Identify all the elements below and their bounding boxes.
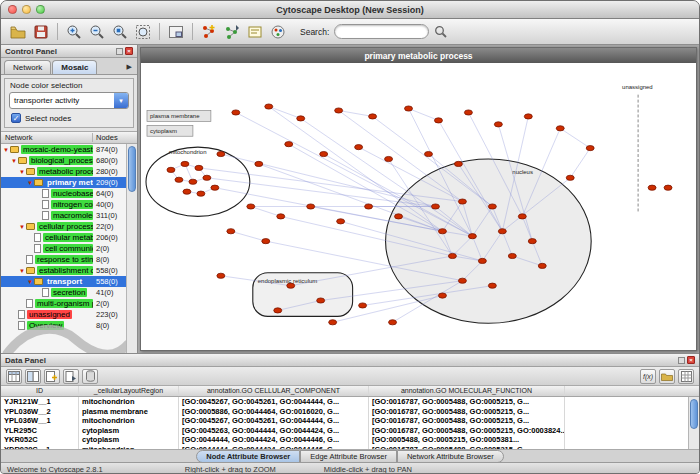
open-session-icon[interactable] — [7, 21, 29, 43]
network-node[interactable] — [538, 263, 546, 268]
network-node[interactable] — [458, 278, 466, 283]
delete-attribute-icon[interactable] — [82, 369, 98, 384]
network-node[interactable] — [181, 161, 189, 166]
tab-network-attribute-browser[interactable]: Network Attribute Browser — [397, 450, 504, 463]
annotation-icon[interactable] — [244, 21, 266, 43]
network-node[interactable] — [369, 114, 377, 119]
network-node[interactable] — [664, 185, 672, 190]
network-node[interactable] — [175, 177, 183, 182]
network-node[interactable] — [317, 298, 325, 303]
network-node[interactable] — [478, 258, 486, 263]
function-builder-icon[interactable]: f(x) — [640, 369, 656, 384]
network-node[interactable] — [389, 320, 397, 325]
column-header[interactable]: annotation.GO MOLECULAR_FUNCTION — [369, 386, 565, 396]
network-node[interactable] — [329, 320, 337, 325]
network-node[interactable] — [498, 229, 506, 234]
tree-row[interactable]: cell communica...2(0) — [1, 243, 127, 254]
float-panel-icon[interactable] — [678, 357, 685, 364]
network-node[interactable] — [277, 214, 285, 219]
close-window-icon[interactable] — [8, 5, 17, 14]
expand-arrow-icon[interactable]: ▼ — [26, 279, 34, 285]
zoom-fit-icon[interactable] — [132, 21, 154, 43]
column-header[interactable]: ID — [1, 386, 79, 396]
zoom-window-icon[interactable] — [36, 5, 45, 14]
network-node[interactable] — [227, 229, 235, 234]
select-nodes-checkbox[interactable]: ✓ — [11, 113, 21, 123]
expand-arrow-icon[interactable]: ▼ — [18, 268, 26, 274]
expand-arrow-icon[interactable]: ▼ — [26, 180, 34, 186]
network-node[interactable] — [556, 126, 564, 131]
tree-row[interactable]: cellular metabo...206(0) — [1, 232, 127, 243]
network-node[interactable] — [566, 175, 574, 180]
network-node[interactable] — [217, 151, 225, 156]
network-node[interactable] — [287, 283, 295, 288]
table-row[interactable]: YJR121W__1mitochondrion[GO:0045267, GO:0… — [1, 397, 699, 407]
expand-arrow-icon[interactable]: ▼ — [18, 224, 26, 230]
network-node[interactable] — [320, 151, 328, 156]
network-node[interactable] — [274, 308, 282, 313]
network-node[interactable] — [262, 239, 270, 244]
network-node[interactable] — [524, 114, 532, 119]
table-row[interactable]: YKR052Ccytoplasm[GO:0044444, GO:0044424,… — [1, 435, 699, 445]
tree-row[interactable]: ▼biological_process680(0) — [1, 155, 127, 166]
tree-scrollbar[interactable] — [126, 144, 137, 353]
node-color-dropdown[interactable]: transporter activity ▼ — [9, 92, 129, 109]
table-row[interactable]: YDR039C__1mitochondrion[GO:0044444, GO:0… — [1, 445, 699, 450]
minimize-window-icon[interactable] — [22, 5, 31, 14]
tab-edge-attribute-browser[interactable]: Edge Attribute Browser — [300, 450, 397, 463]
network-node[interactable] — [247, 204, 255, 209]
network-node[interactable] — [195, 165, 203, 170]
import-attributes-icon[interactable] — [63, 369, 79, 384]
network-node[interactable] — [586, 146, 594, 151]
tree-row[interactable]: ▼mosaic-demo-yeast874(0) — [1, 144, 127, 155]
zoom-in-icon[interactable] — [63, 21, 85, 43]
new-network-icon[interactable] — [198, 21, 220, 43]
network-node[interactable] — [395, 214, 403, 219]
table-row[interactable]: YPL036W__1mitochondrion[GO:0045267, GO:0… — [1, 416, 699, 426]
open-attributes-icon[interactable] — [659, 369, 675, 384]
save-session-icon[interactable] — [30, 21, 52, 43]
tree-row[interactable]: multi-organism pro...2(0) — [1, 298, 127, 309]
table-row[interactable]: YPL036W__2plasma membrane[GO:0005886, GO… — [1, 407, 699, 417]
select-attributes-icon[interactable] — [25, 369, 41, 384]
table-scrollbar[interactable] — [688, 397, 699, 449]
expand-arrow-icon[interactable]: ▼ — [2, 147, 10, 153]
network-canvas[interactable]: plasma membranecytoplasmmitochondrionnuc… — [141, 63, 696, 350]
network-node[interactable] — [307, 204, 315, 209]
tree-col-network[interactable]: Network — [1, 133, 93, 142]
network-node[interactable] — [488, 283, 496, 288]
network-node[interactable] — [183, 189, 191, 194]
tree-scrollbar-thumb[interactable] — [128, 146, 136, 192]
network-node[interactable] — [424, 151, 432, 156]
tree-row[interactable]: response to stimul...8(0) — [1, 254, 127, 265]
network-node[interactable] — [211, 185, 219, 190]
network-node[interactable] — [167, 167, 175, 172]
network-node[interactable] — [232, 110, 240, 115]
table-scrollbar-thumb[interactable] — [690, 399, 698, 429]
network-node[interactable] — [434, 118, 442, 123]
network-node[interactable] — [337, 219, 345, 224]
tree-row[interactable]: secretion41(0) — [1, 287, 127, 298]
network-node[interactable] — [359, 303, 367, 308]
network-node[interactable] — [405, 106, 413, 111]
expand-arrow-icon[interactable]: ▼ — [10, 158, 18, 164]
search-input[interactable] — [334, 24, 429, 39]
tab-network[interactable]: Network — [4, 60, 51, 74]
tree-row[interactable]: ▼primary metab...209(0) — [1, 177, 127, 188]
network-node[interactable] — [297, 116, 305, 121]
tree-row[interactable]: nitrogen compo...40(0) — [1, 199, 127, 210]
network-node[interactable] — [189, 179, 197, 184]
attribute-table-icon[interactable] — [6, 369, 22, 384]
close-panel-icon[interactable]: × — [125, 47, 133, 55]
network-node[interactable] — [494, 122, 502, 127]
network-node[interactable] — [255, 161, 263, 166]
column-header[interactable]: _cellularLayoutRegion — [79, 386, 179, 396]
close-panel-icon[interactable]: × — [687, 356, 695, 364]
network-node[interactable] — [648, 185, 656, 190]
new-attribute-icon[interactable] — [44, 369, 60, 384]
expand-arrow-icon[interactable]: ▼ — [18, 169, 26, 175]
network-node[interactable] — [385, 156, 393, 161]
tree-col-nodes[interactable]: Nodes — [93, 133, 118, 142]
network-node[interactable] — [464, 110, 472, 115]
network-node[interactable] — [335, 108, 343, 113]
